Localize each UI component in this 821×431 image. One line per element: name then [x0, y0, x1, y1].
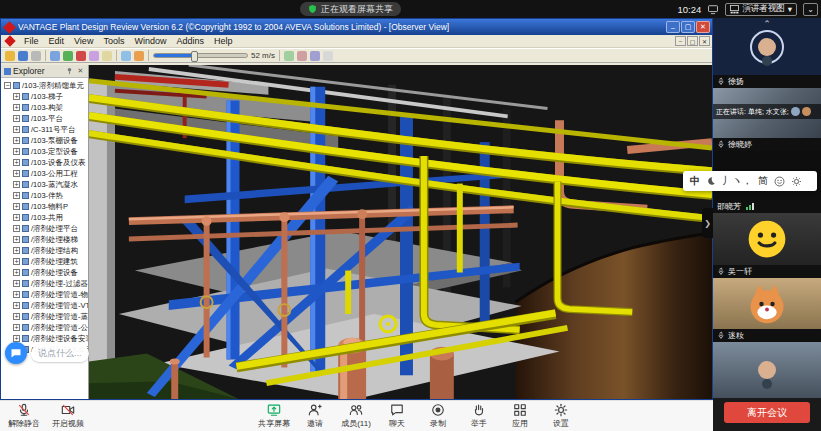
- tree-item[interactable]: + /溶剂处理楼梯: [1, 234, 88, 245]
- members-button[interactable]: 成员(11): [340, 403, 372, 429]
- tree-item[interactable]: + /C-311号平台: [1, 124, 88, 135]
- tree-expand-icon[interactable]: +: [13, 236, 20, 243]
- tree-item[interactable]: + /103-定型设备: [1, 146, 88, 157]
- tree-expand-icon[interactable]: +: [13, 335, 20, 342]
- tree-expand-icon[interactable]: +: [13, 269, 20, 276]
- fly-tool-icon[interactable]: [76, 51, 86, 61]
- tree-expand-icon[interactable]: −: [4, 82, 11, 89]
- tree-item[interactable]: + /103-泵棚设备: [1, 135, 88, 146]
- apps-button[interactable]: 应用: [504, 403, 536, 429]
- speed-slider[interactable]: [153, 53, 248, 58]
- rotate-tool-icon[interactable]: [89, 51, 99, 61]
- menu-item[interactable]: Tools: [98, 36, 129, 46]
- unmute-button[interactable]: 解除静音: [8, 403, 40, 429]
- record-button[interactable]: 录制: [422, 403, 454, 429]
- tree-item[interactable]: + /溶剂处理结构: [1, 245, 88, 256]
- ime-charset[interactable]: 简: [758, 174, 768, 188]
- sidebar-collapse-tab[interactable]: ❯: [702, 208, 713, 238]
- participant-tile[interactable]: 吴一轩: [713, 213, 821, 278]
- collapse-topbar-icon[interactable]: ⌄: [803, 3, 818, 16]
- close-panel-icon[interactable]: ✕: [76, 67, 85, 75]
- tree-expand-icon[interactable]: +: [13, 280, 20, 287]
- tree-expand-icon[interactable]: +: [13, 247, 20, 254]
- invite-button[interactable]: 邀请: [299, 403, 331, 429]
- minimize-button[interactable]: –: [666, 21, 680, 33]
- monitor-icon[interactable]: [707, 4, 719, 15]
- settings-tool-icon[interactable]: [323, 51, 333, 61]
- tree-item[interactable]: + /溶剂处理-过滤器: [1, 278, 88, 289]
- tree-expand-icon[interactable]: +: [13, 203, 20, 210]
- window-title-bar[interactable]: VANTAGE Plant Design Review Version 6.2 …: [1, 19, 712, 35]
- tree-item[interactable]: + /溶剂处理建筑: [1, 256, 88, 267]
- tree-expand-icon[interactable]: +: [13, 313, 20, 320]
- tree-expand-icon[interactable]: +: [13, 214, 20, 221]
- ime-mode[interactable]: 中: [690, 174, 700, 188]
- clip-tool-icon[interactable]: [284, 51, 294, 61]
- tree-item[interactable]: + /溶剂处理管道-物料: [1, 289, 88, 300]
- menu-item[interactable]: Addins: [171, 36, 209, 46]
- menu-item[interactable]: Edit: [44, 36, 70, 46]
- mdi-close-button[interactable]: ✕: [699, 36, 710, 46]
- 3d-viewport[interactable]: [89, 65, 712, 399]
- start-video-button[interactable]: 开启视频: [52, 403, 84, 429]
- tree-item[interactable]: + /溶剂处理设备: [1, 267, 88, 278]
- tree-item[interactable]: + /溶剂处理管道-蒸汽: [1, 311, 88, 322]
- settings-button[interactable]: 设置: [545, 403, 577, 429]
- tree-expand-icon[interactable]: +: [13, 104, 20, 111]
- tree-item[interactable]: + /103-梯子: [1, 91, 88, 102]
- participant-tile[interactable]: 徐晓婷: [713, 88, 821, 151]
- zoom-tool-icon[interactable]: [102, 51, 112, 61]
- tree-expand-icon[interactable]: +: [13, 181, 20, 188]
- print-tool-icon[interactable]: [31, 51, 41, 61]
- chat-button[interactable]: 聊天: [381, 403, 413, 429]
- chat-bubble-icon[interactable]: [5, 342, 27, 364]
- tree-expand-icon[interactable]: +: [13, 291, 20, 298]
- tree-expand-icon[interactable]: +: [13, 324, 20, 331]
- tree-item[interactable]: + /溶剂处理平台: [1, 223, 88, 234]
- mdi-minimize-button[interactable]: –: [675, 36, 686, 46]
- tree-expand-icon[interactable]: +: [13, 302, 20, 309]
- mdi-restore-button[interactable]: ▢: [687, 36, 698, 46]
- menu-item[interactable]: File: [19, 36, 44, 46]
- menu-item[interactable]: Help: [209, 36, 238, 46]
- tree-item[interactable]: + /103-平台: [1, 113, 88, 124]
- tree-expand-icon[interactable]: +: [13, 192, 20, 199]
- tree-expand-icon[interactable]: +: [13, 159, 20, 166]
- layout-mode-button[interactable]: 演讲者视图 ▾: [725, 3, 797, 16]
- tree-item[interactable]: + /103-物料P: [1, 201, 88, 212]
- tree-item[interactable]: + /103-公用工程: [1, 168, 88, 179]
- section-tool-icon[interactable]: [297, 51, 307, 61]
- collapse-videos-icon[interactable]: ⌃: [713, 19, 821, 29]
- measure-tool-icon[interactable]: [134, 51, 144, 61]
- floating-chat-bubble[interactable]: 说点什么...: [5, 342, 89, 364]
- ime-settings-gear-icon[interactable]: [791, 176, 802, 187]
- raise-hand-button[interactable]: 举手: [463, 403, 495, 429]
- emoji-icon[interactable]: [774, 176, 785, 187]
- share-screen-button[interactable]: 共享屏幕: [258, 403, 290, 429]
- close-button[interactable]: ✕: [696, 21, 710, 33]
- pan-tool-icon[interactable]: [50, 51, 60, 61]
- menu-item[interactable]: View: [69, 36, 98, 46]
- tree-expand-icon[interactable]: +: [13, 137, 20, 144]
- tree-expand-icon[interactable]: +: [13, 148, 20, 155]
- tree-item[interactable]: + /103-共用: [1, 212, 88, 223]
- tree-expand-icon[interactable]: +: [13, 258, 20, 265]
- tree-expand-icon[interactable]: +: [13, 93, 20, 100]
- ime-toolbar[interactable]: 中 丿ヽ， 简: [683, 171, 817, 191]
- menu-item[interactable]: Window: [129, 36, 171, 46]
- tree-expand-icon[interactable]: +: [13, 170, 20, 177]
- tree-item[interactable]: + /溶剂处理管道-VT: [1, 300, 88, 311]
- maximize-button[interactable]: ▢: [681, 21, 695, 33]
- tag-tool-icon[interactable]: [310, 51, 320, 61]
- tree-item[interactable]: + /103-蒸汽凝水: [1, 179, 88, 190]
- view-tool-icon[interactable]: [121, 51, 131, 61]
- walk-tool-icon[interactable]: [63, 51, 73, 61]
- tree-expand-icon[interactable]: +: [13, 115, 20, 122]
- tree-item[interactable]: + /溶剂处理管道-公用: [1, 322, 88, 333]
- pin-icon[interactable]: [65, 67, 74, 76]
- tree-expand-icon[interactable]: +: [13, 225, 20, 232]
- tree-item[interactable]: + /103-伴热: [1, 190, 88, 201]
- tree-item[interactable]: + /103-构架: [1, 102, 88, 113]
- speed-slider-thumb[interactable]: [191, 51, 198, 62]
- participant-tile[interactable]: 迷籹: [713, 278, 821, 342]
